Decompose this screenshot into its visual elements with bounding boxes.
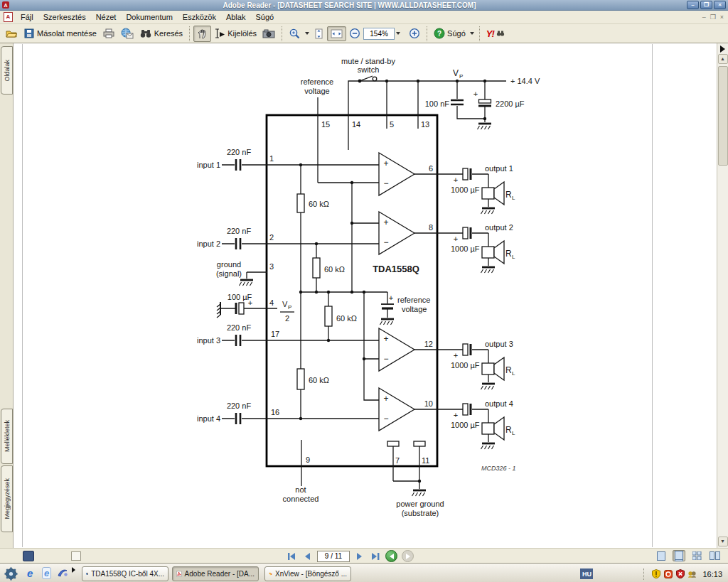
tray-separator (643, 568, 646, 580)
email-button[interactable] (118, 26, 136, 41)
pin-12-label: 12 (424, 340, 433, 348)
opamp2-minus: − (383, 237, 388, 247)
select-tool-label: Kijelölés (228, 29, 257, 38)
tray-app-icon[interactable] (663, 569, 673, 578)
menu-file[interactable]: Fájl (16, 12, 38, 22)
previous-page-button[interactable] (301, 551, 313, 561)
vertical-scrollbar[interactable]: ▲ ▼ (717, 43, 728, 548)
ibeam-select-icon (214, 28, 225, 39)
speaker4-ground-icon (481, 443, 496, 449)
pin-13-label: 13 (421, 120, 429, 129)
continuous-facing-button[interactable] (690, 550, 703, 561)
window-title: Adobe Reader - [DATASHEET SEARCH SITE | … (12, 1, 687, 9)
language-indicator[interactable]: HU (580, 568, 593, 579)
quick-launch-app[interactable] (57, 567, 68, 578)
input1-label: input 1 (197, 161, 220, 169)
statusbar-doc-icon[interactable] (71, 551, 81, 561)
speaker-icon (482, 247, 494, 258)
continuous-button[interactable] (673, 550, 685, 561)
last-page-button[interactable] (370, 551, 381, 561)
menu-window[interactable]: Ablak (221, 12, 251, 22)
select-tool-button[interactable]: Kijelölés (211, 26, 259, 41)
zoom-level-dropdown[interactable] (396, 32, 400, 35)
figure-code-label: MCD326 - 1 (481, 465, 516, 472)
zoom-out-button[interactable] (346, 26, 363, 41)
statusbar-pane-icon[interactable] (23, 551, 34, 561)
search-label: Keresés (154, 29, 183, 38)
menu-tools[interactable]: Eszközök (178, 12, 221, 22)
zoom-in-tool-button[interactable] (286, 26, 304, 42)
input4-label: input 4 (197, 414, 220, 423)
out1-cap-label: 1000 µF (451, 185, 480, 194)
tab-pages[interactable]: Oldalak (1, 46, 13, 95)
mdi-restore-button[interactable]: ❒ (710, 14, 716, 21)
taskbar-button-firefox[interactable]: TDA1558Q IC-ből 4X... (82, 566, 168, 581)
tray-messenger-icon[interactable] (687, 569, 697, 578)
yahoo-toolbar-button[interactable]: Y! (483, 26, 508, 41)
scroll-down-button[interactable]: ▼ (718, 537, 728, 546)
menu-help[interactable]: Súgó (250, 12, 279, 22)
hand-tool-button[interactable] (193, 26, 211, 42)
clock[interactable]: 16:13 (702, 570, 722, 578)
pin-8-label: 8 (429, 223, 433, 232)
output2-label: output 2 (485, 223, 513, 232)
snapshot-button[interactable] (259, 26, 278, 41)
help-dropdown[interactable] (470, 32, 474, 35)
quick-launch-ie[interactable]: e (27, 567, 33, 579)
close-button[interactable]: × (714, 1, 726, 9)
help-button[interactable]: ? Súgó (431, 26, 469, 41)
zoom-tool-dropdown[interactable] (305, 32, 309, 35)
search-button[interactable]: Keresés (136, 26, 186, 41)
menu-document[interactable]: Dokumentum (121, 12, 177, 22)
amplifier-3: + − + 1000 µF 12 output 3 R L (379, 328, 515, 389)
mdi-minimize-button[interactable]: – (702, 14, 706, 21)
minimize-button[interactable]: – (687, 1, 699, 9)
next-page-button[interactable] (354, 551, 365, 561)
pin-16-label: 16 (271, 408, 279, 416)
vp2-v-label: V (282, 300, 288, 308)
document-page: TDA1558Q MCD326 - 1 (14, 43, 717, 548)
open-button[interactable] (3, 26, 21, 42)
load2-subscript: L (512, 254, 515, 260)
zoom-in-button[interactable] (406, 26, 423, 41)
first-page-button[interactable] (286, 551, 297, 561)
facing-button[interactable] (708, 550, 721, 561)
scrollbar-thumb[interactable] (718, 66, 728, 166)
plus-circle-icon (409, 28, 420, 39)
taskbar-button-xnview[interactable]: XnView - [Böngésző ... (264, 566, 351, 581)
restore-button[interactable]: ❒ (700, 1, 712, 9)
zoom-level-input[interactable] (363, 28, 395, 40)
scroll-up-button[interactable]: ▲ (718, 54, 728, 64)
scrollbar-options-icon[interactable] (720, 45, 725, 53)
supply-ground-icon (478, 124, 492, 129)
opamp1-plus: + (383, 158, 388, 168)
gear-start-icon (4, 567, 18, 581)
quick-launch-expand[interactable] (72, 567, 75, 573)
tab-comments[interactable]: Megjegyzések (1, 465, 13, 532)
menu-edit[interactable]: Szerkesztés (38, 12, 91, 22)
menu-view[interactable]: Nézet (91, 12, 122, 22)
fit-page-button[interactable] (311, 26, 327, 42)
tab-attachments[interactable]: Mellékletek (1, 409, 13, 464)
cap-2200uf-label: 2200 µF (496, 99, 525, 108)
taskbar: e e TDA1558Q IC-ből 4X... Adobe Reader -… (0, 563, 728, 582)
pin-3-label: 3 (269, 262, 274, 271)
email-globe-icon (121, 28, 134, 39)
ref-voltage-label-1: reference (301, 77, 333, 86)
taskbar-button-adobe-reader[interactable]: Adobe Reader - [DA... (172, 566, 259, 581)
tray-security-shield-icon[interactable] (675, 569, 685, 578)
next-view-button[interactable] (402, 550, 414, 562)
print-button[interactable] (100, 26, 118, 41)
single-page-button[interactable] (655, 550, 668, 561)
start-button[interactable] (4, 567, 18, 581)
previous-view-button[interactable] (385, 550, 397, 562)
page-layout-buttons (655, 550, 721, 561)
tray-alert-shield-icon[interactable] (651, 569, 660, 578)
save-copy-button[interactable]: Másolat mentése (21, 26, 100, 41)
mdi-close-button[interactable]: × (720, 14, 724, 21)
power-ground-label-2: (substrate) (402, 509, 439, 517)
fit-width-button[interactable] (327, 26, 346, 41)
quick-launch-browser[interactable]: e (42, 567, 51, 579)
page-indicator[interactable]: 9 / 11 (317, 551, 350, 562)
tab-pages-label: Oldalak (4, 60, 11, 82)
